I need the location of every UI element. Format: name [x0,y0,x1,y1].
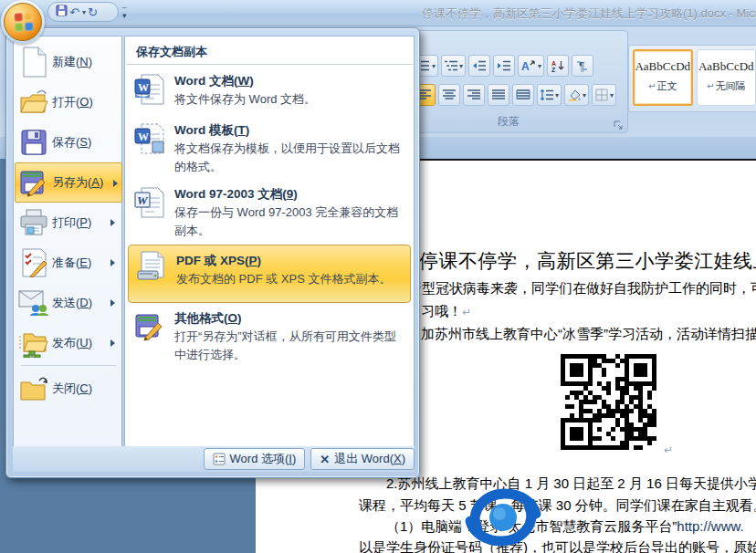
qr-code [557,350,660,454]
hyperlink-text[interactable]: http://www. [677,518,743,534]
watermark-swirl-logo [459,484,547,551]
menu-item-label: 发布(U) [52,335,92,351]
decrease-indent-button[interactable] [468,55,490,77]
submenu-item-desc: 保存一份与 Word 97-2003 完全兼容的文档副本。 [174,203,406,240]
paint-bucket-icon [567,89,582,101]
customize-qat-button[interactable]: ⎯▾ [122,4,127,20]
document-paragraph: 2.苏州线上教育中心自 1 月 30 日起至 2 月 16 日每天提供小学一至 [386,475,756,493]
paragraph-group: ▾ ▾ A▾ AZ ¶ [402,30,628,133]
document-paragraph: 习哦！↵ [421,303,471,320]
paragraph-group-label: 段落 [403,114,614,130]
exit-x-icon: ✕ [320,453,330,466]
menu-item-save-as[interactable]: 另存为(A) [15,162,122,203]
menu-item-send[interactable]: 发送(D) [16,283,120,323]
pdf-xps-icon [136,251,167,286]
document-paragraph: 以是学生身份证号码（推荐)，也可以是学校后台导出的账号，原始密码 [359,539,756,553]
menu-item-new[interactable]: 新建(N) [16,42,120,82]
submenu-item-title: Word 97-2003 文档(9) [174,186,298,203]
dialog-launcher-icon[interactable] [614,119,625,130]
line-spacing-icon [540,89,554,101]
style-name: ↵无间隔 [698,79,755,93]
undo-dropdown-caret-icon[interactable]: ▾ [82,8,86,16]
printer-icon [16,209,52,236]
undo-button[interactable]: ↶ [69,6,79,18]
submenu-item-word-template[interactable]: W Word 模板(T) 将文档保存为模板，以便用于设置以后文档的格式。 [127,120,412,181]
submenu-item-desc: 打开“另存为”对话框，从所有可用文件类型中进行选择。 [174,328,406,364]
shading-button[interactable]: ▾ [564,84,589,106]
submenu-item-title: Word 模板(T) [174,122,249,139]
menu-item-open[interactable]: 打开(O) [16,82,120,122]
increase-indent-button[interactable] [493,55,515,77]
menu-item-prepare[interactable]: 准备(E) [16,243,120,283]
character-scaling-button[interactable]: A▾ [518,55,544,77]
distribute-button[interactable] [512,84,534,106]
submenu-item-desc: 将文件保存为 Word 文档。 [174,90,406,109]
word-document-icon: W [134,74,165,110]
svg-text:W: W [138,130,149,143]
submenu-item-title: 其他格式(O) [174,310,242,327]
new-document-icon [16,47,52,78]
svg-text:W: W [138,81,149,94]
submenu-arrow-icon [113,180,118,187]
submenu-item-pdf-xps[interactable]: PDF 或 XPS(P) 发布文档的 PDF 或 XPS 文件格式副本。 [128,245,411,303]
office-orb [4,3,42,41]
dropdown-caret-icon: ▾ [583,91,586,99]
menu-item-label: 新建(N) [52,54,92,70]
dropdown-caret-icon: ▾ [610,91,614,99]
word-97-2003-icon: W [134,187,165,224]
document-paragraph: （1）电脑端：登录“太仓市智慧教育云服务平台”http://www. [386,518,744,536]
menu-item-close[interactable]: 关闭(C) [16,369,120,409]
office-button[interactable] [1,0,45,44]
submenu-header: 保存文档副本 [136,44,207,60]
submenu-item-other-formats[interactable]: 其他格式(O) 打开“另存为”对话框，从所有可用文件类型中进行选择。 [127,308,412,369]
prepare-document-icon [16,248,52,277]
dropdown-caret-icon: ▾ [432,62,436,70]
dropdown-caret-icon: ▾ [459,62,463,70]
menu-item-label: 准备(E) [52,255,91,271]
word-options-button[interactable]: Word 选项(I) [204,448,306,470]
svg-text:Z: Z [551,67,556,73]
exit-word-button[interactable]: ✕ 退出 Word(X) [310,448,415,470]
style-no-spacing[interactable]: AaBbCcDd ↵无间隔 [697,49,756,106]
paragraph-mark-icon: ¶ [576,59,589,72]
pilcrow-mark: ↵ [462,306,471,318]
other-formats-icon [134,311,165,346]
exit-word-label: 退出 Word(X) [334,451,405,467]
align-center-button[interactable] [438,84,460,106]
multilevel-list-button[interactable]: ▾ [441,55,466,77]
line-spacing-button[interactable]: ▾ [537,84,562,106]
menu-item-label: 保存(S) [52,134,91,151]
word-template-icon: W [134,123,165,160]
submenu-item-desc: 将文档保存为模板，以便用于设置以后文档的格式。 [174,140,406,176]
borders-button[interactable]: ▾ [592,84,616,106]
svg-text:A: A [551,60,556,67]
window-title: 停课不停学，高新区第三小学娄江娃线上学习攻略(1).docx - Micr [422,5,756,22]
word-application-window: 停课不停学，高新区第三小学娄江娃线上学习攻略(1).docx - Micr ▾ … [0,0,756,553]
justify-button[interactable] [488,84,509,106]
redo-button[interactable]: ↻ [88,6,98,18]
submenu-item-word-document[interactable]: W Word 文档(W) 将文件保存为 Word 文档。 [127,71,412,119]
align-right-button[interactable] [463,84,485,106]
menu-separator [21,365,116,366]
office-menu-submenu-pane: 保存文档副本 W Word 文档(W) 将文件保存为 Word 文档。 W Wo… [124,36,415,450]
menu-item-save[interactable]: 保存(S) [16,122,120,162]
menu-item-publish[interactable]: 发布(U) [16,323,120,363]
style-normal[interactable]: AaBbCcDd ↵正文 [633,49,693,106]
submenu-arrow-icon [110,339,115,347]
save-button[interactable] [56,4,68,20]
quick-access-toolbar: ↶▾ ↻ [47,2,119,22]
menu-item-print[interactable]: 打印(P) [16,203,120,243]
align-right-icon [467,89,481,101]
svg-text:W: W [137,193,149,207]
submenu-item-word-97-2003[interactable]: W Word 97-2003 文档(9) 保存一份与 Word 97-2003 … [127,184,412,245]
open-folder-icon [16,89,52,116]
submenu-arrow-icon [110,259,115,266]
show-formatting-marks-button[interactable]: ¶ [572,55,593,77]
submenu-arrow-icon [110,299,115,307]
sort-button[interactable]: AZ [547,55,569,77]
pilcrow-mark: ↵ [664,443,673,456]
character-scaling-icon: A [520,59,537,72]
menu-item-label: 打印(P) [52,214,91,231]
svg-text:A: A [521,60,530,72]
style-sample: AaBbCcDd [635,59,691,74]
